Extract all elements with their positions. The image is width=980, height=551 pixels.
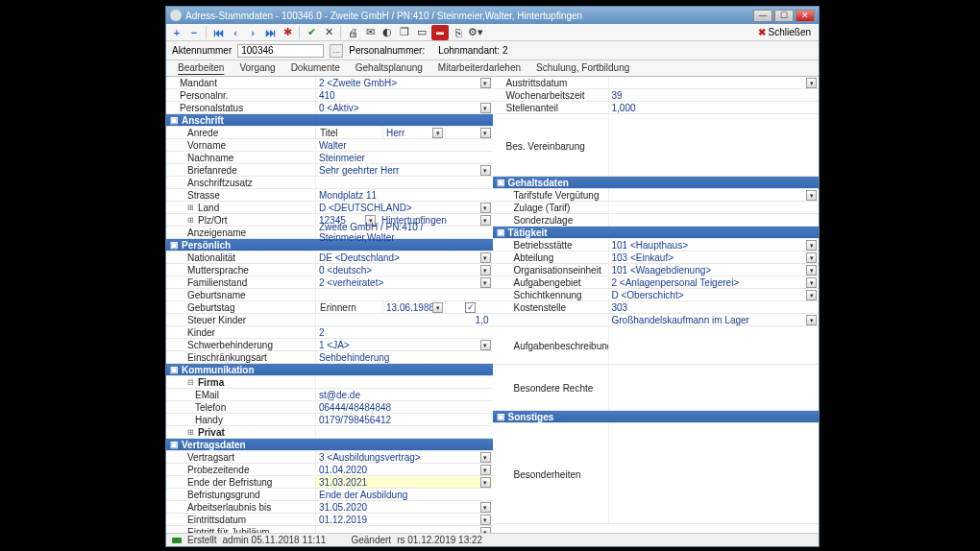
befristung-value[interactable]: 31.03.2021▾ xyxy=(315,476,493,488)
open-icon[interactable]: ⎘ xyxy=(451,25,466,40)
chevron-down-icon[interactable]: ▾ xyxy=(806,265,817,276)
chevron-down-icon[interactable]: ▾ xyxy=(480,103,491,113)
chevron-down-icon[interactable]: ▾ xyxy=(480,477,491,488)
probezeit-value[interactable]: 01.04.2020▾ xyxy=(315,464,493,475)
befristungsgrund-value[interactable]: Ende der Ausbildung xyxy=(315,489,493,500)
austritt-value[interactable]: ▾ xyxy=(608,77,820,88)
chevron-down-icon[interactable]: ▾ xyxy=(480,527,491,533)
mail-icon[interactable]: ✉ xyxy=(362,25,378,40)
section-kommunikation[interactable]: ▣Kommunikation xyxy=(166,364,493,375)
pdf-icon[interactable]: ▬ xyxy=(431,25,449,40)
jubilaeum-value[interactable]: ▾ xyxy=(315,526,493,533)
steuerkinder-value[interactable]: 1,0 xyxy=(315,314,493,325)
schichtkennung-value[interactable]: D <Oberschicht>▾ xyxy=(608,289,820,300)
chevron-down-icon[interactable]: ▾ xyxy=(432,128,443,138)
anzeigename-value[interactable]: Zweite GmbH / PN:410 / Steinmeier,Walter xyxy=(315,227,493,238)
stellenanteil-value[interactable]: 1,000 xyxy=(608,102,820,113)
lookup-button[interactable]: … xyxy=(330,44,343,58)
nationalitaet-value[interactable]: DE <Deutschland>▾ xyxy=(315,252,493,263)
bug-icon[interactable]: ✱ xyxy=(280,25,295,40)
chevron-down-icon[interactable]: ▾ xyxy=(806,78,817,88)
vertragsart-value[interactable]: 3 <Ausbildungsvertrag>▾ xyxy=(315,451,493,463)
chevron-down-icon[interactable]: ▾ xyxy=(480,265,491,276)
section-anschrift[interactable]: ▣Anschrift xyxy=(166,114,493,126)
first-icon[interactable]: ⏮ xyxy=(210,25,226,40)
chevron-down-icon[interactable]: ▾ xyxy=(432,302,443,313)
last-icon[interactable]: ⏭ xyxy=(262,25,278,40)
section-sonstiges[interactable]: ▣Sonstiges xyxy=(493,411,820,422)
wochenarbeit-value[interactable]: 39 xyxy=(608,89,820,101)
mandant-value[interactable]: 2 <Zweite GmbH>▾ xyxy=(315,77,493,88)
tab-vorgang[interactable]: Vorgang xyxy=(232,60,282,76)
chevron-down-icon[interactable]: ▾ xyxy=(480,465,491,475)
zulage-value[interactable] xyxy=(608,202,820,213)
chevron-down-icon[interactable]: ▾ xyxy=(480,252,491,263)
tarifstufe-value[interactable]: ▾ xyxy=(608,189,820,201)
tab-schulung[interactable]: Schulung, Fortbildung xyxy=(528,60,637,76)
vorname-value[interactable]: Walter xyxy=(315,139,493,151)
chevron-down-icon[interactable]: ▾ xyxy=(480,128,491,138)
chevron-down-icon[interactable]: ▾ xyxy=(480,165,491,176)
chevron-down-icon[interactable]: ▾ xyxy=(480,502,491,513)
organisationseinheit-value[interactable]: 101 <Waagebdienung>▾ xyxy=(608,264,820,276)
section-vertragsdaten[interactable]: ▣Vertragsdaten xyxy=(166,439,493,450)
besondere-rechte-value[interactable] xyxy=(608,365,820,410)
tab-gehaltsplanung[interactable]: Gehaltsplanung xyxy=(348,60,430,76)
chevron-down-icon[interactable]: ▾ xyxy=(480,78,491,88)
aufgabengebiet-value[interactable]: 2 <Anlagenpersonal Teigerei>▾ xyxy=(608,276,820,288)
familienstand-value[interactable]: 2 <verheiratet>▾ xyxy=(315,276,493,288)
telefon-value[interactable]: 06444/48484848 xyxy=(315,401,493,413)
doc-icon[interactable]: ▭ xyxy=(414,25,429,40)
kinder-value[interactable]: 2 xyxy=(315,326,493,338)
chevron-down-icon[interactable]: ▾ xyxy=(480,452,491,463)
section-gehaltsdaten[interactable]: ▣Gehaltsdaten xyxy=(493,177,820,188)
land-value[interactable]: D <DEUTSCHLAND>▾ xyxy=(315,202,493,213)
tab-mitarbeiterdarlehen[interactable]: Mitarbeiterdarlehen xyxy=(430,60,528,76)
schwerbehinderung-value[interactable]: 1 <JA>▾ xyxy=(315,339,493,350)
prev-icon[interactable]: ‹ xyxy=(228,25,243,40)
expand-icon[interactable]: ⊞ xyxy=(187,216,194,225)
chevron-down-icon[interactable]: ▾ xyxy=(806,252,817,263)
gear-icon[interactable]: ⚙▾ xyxy=(468,25,483,40)
section-taetigkeit[interactable]: ▣Tätigkeit xyxy=(493,227,820,238)
check-icon[interactable]: ✔ xyxy=(304,25,319,40)
anrede-value[interactable]: Herr▾ xyxy=(382,127,445,138)
next-icon[interactable]: › xyxy=(245,25,260,40)
bes-vereinbarung-value[interactable] xyxy=(608,114,820,176)
eintrittsdatum-value[interactable]: 01.12.2019▾ xyxy=(315,514,493,525)
chevron-down-icon[interactable]: ▾ xyxy=(806,277,817,288)
besonderheiten-value[interactable] xyxy=(608,423,820,523)
aktennummer-input[interactable] xyxy=(237,44,324,58)
personalnr-value[interactable]: 410 xyxy=(315,89,493,101)
titel-value[interactable]: ▾ xyxy=(445,127,493,138)
cancel-icon[interactable]: ✕ xyxy=(321,25,336,40)
close-button[interactable]: ✖ Schließen xyxy=(753,27,816,37)
copy-icon[interactable]: ❐ xyxy=(397,25,412,40)
strasse-value[interactable]: Mondplatz 11 xyxy=(315,189,493,201)
grosshandel-value[interactable]: Großhandelskaufmann im Lager▾ xyxy=(608,314,820,325)
geburtstag-value[interactable]: 13.06.1988▾ xyxy=(382,301,445,313)
betriebsstaette-value[interactable]: 101 <Haupthaus>▾ xyxy=(608,239,820,251)
muttersprache-value[interactable]: 0 <deutsch>▾ xyxy=(315,264,493,276)
aufgabenbeschreibung-value[interactable] xyxy=(608,326,820,364)
maximize-button[interactable]: ☐ xyxy=(774,10,794,22)
tab-dokumente[interactable]: Dokumente xyxy=(283,60,348,76)
print-icon[interactable]: 🖨 xyxy=(345,25,360,40)
einschraenkung-value[interactable]: Sehbehinderung xyxy=(315,351,493,363)
chevron-down-icon[interactable]: ▾ xyxy=(480,515,491,525)
sonderzulage-value[interactable] xyxy=(608,214,820,226)
close-window-button[interactable]: ✕ xyxy=(796,10,815,22)
chevron-down-icon[interactable]: ▾ xyxy=(806,290,817,300)
briefanrede-value[interactable]: Sehr geehrter Herr▾ xyxy=(315,164,493,176)
firma-label[interactable]: ⊟Firma xyxy=(166,376,315,388)
kostenstelle-value[interactable]: 303 xyxy=(608,301,820,313)
abteilung-value[interactable]: 103 <Einkauf>▾ xyxy=(608,252,820,263)
erinnern-checkbox[interactable]: ✓ xyxy=(445,301,493,313)
cal-icon[interactable]: ◐ xyxy=(380,25,395,40)
minimize-button[interactable]: — xyxy=(753,10,772,22)
add-icon[interactable]: + xyxy=(169,25,184,40)
chevron-down-icon[interactable]: ▾ xyxy=(806,240,817,251)
chevron-down-icon[interactable]: ▾ xyxy=(480,340,491,350)
chevron-down-icon[interactable]: ▾ xyxy=(480,277,491,288)
anschriftzusatz-value[interactable] xyxy=(315,177,493,188)
